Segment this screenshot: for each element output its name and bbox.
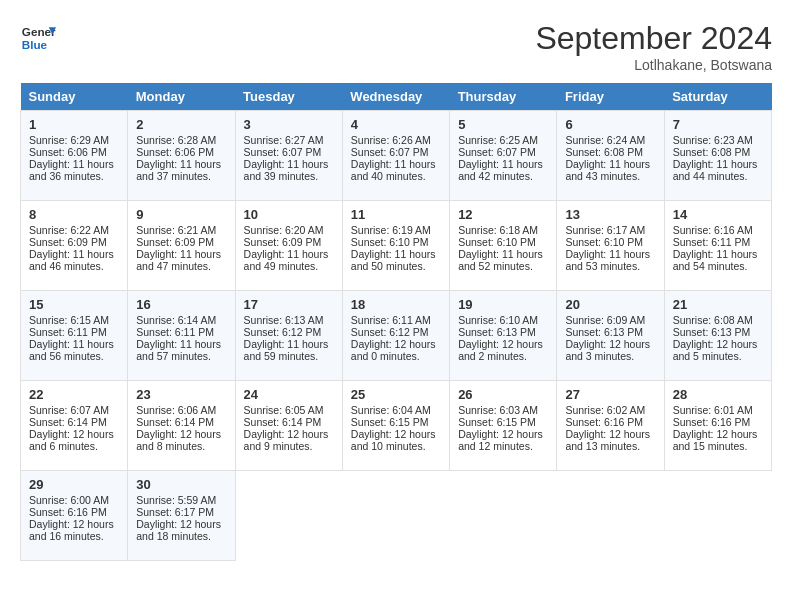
calendar-row: 15Sunrise: 6:15 AMSunset: 6:11 PMDayligh…: [21, 291, 772, 381]
daylight: Daylight: 12 hours and 15 minutes.: [673, 428, 758, 452]
sunset: Sunset: 6:16 PM: [673, 416, 751, 428]
calendar-cell: 4Sunrise: 6:26 AMSunset: 6:07 PMDaylight…: [342, 111, 449, 201]
daylight: Daylight: 11 hours and 59 minutes.: [244, 338, 329, 362]
sunset: Sunset: 6:14 PM: [136, 416, 214, 428]
sunset: Sunset: 6:10 PM: [351, 236, 429, 248]
sunrise: Sunrise: 6:15 AM: [29, 314, 109, 326]
sunset: Sunset: 6:15 PM: [351, 416, 429, 428]
calendar-cell: 26Sunrise: 6:03 AMSunset: 6:15 PMDayligh…: [450, 381, 557, 471]
daylight: Daylight: 12 hours and 2 minutes.: [458, 338, 543, 362]
calendar-row: 8Sunrise: 6:22 AMSunset: 6:09 PMDaylight…: [21, 201, 772, 291]
day-number: 18: [351, 297, 441, 312]
sunrise: Sunrise: 6:17 AM: [565, 224, 645, 236]
sunrise: Sunrise: 6:09 AM: [565, 314, 645, 326]
header-saturday: Saturday: [664, 83, 771, 111]
daylight: Daylight: 11 hours and 43 minutes.: [565, 158, 650, 182]
sunset: Sunset: 6:15 PM: [458, 416, 536, 428]
calendar-cell: 2Sunrise: 6:28 AMSunset: 6:06 PMDaylight…: [128, 111, 235, 201]
sunset: Sunset: 6:14 PM: [29, 416, 107, 428]
sunrise: Sunrise: 6:28 AM: [136, 134, 216, 146]
day-number: 5: [458, 117, 548, 132]
daylight: Daylight: 11 hours and 42 minutes.: [458, 158, 543, 182]
sunrise: Sunrise: 6:18 AM: [458, 224, 538, 236]
sunrise: Sunrise: 6:11 AM: [351, 314, 431, 326]
calendar-cell: 14Sunrise: 6:16 AMSunset: 6:11 PMDayligh…: [664, 201, 771, 291]
calendar-cell: 30Sunrise: 5:59 AMSunset: 6:17 PMDayligh…: [128, 471, 235, 561]
daylight: Daylight: 12 hours and 13 minutes.: [565, 428, 650, 452]
daylight: Daylight: 11 hours and 56 minutes.: [29, 338, 114, 362]
daylight: Daylight: 11 hours and 52 minutes.: [458, 248, 543, 272]
sunset: Sunset: 6:11 PM: [673, 236, 751, 248]
sunset: Sunset: 6:17 PM: [136, 506, 214, 518]
daylight: Daylight: 11 hours and 53 minutes.: [565, 248, 650, 272]
logo: General Blue: [20, 20, 56, 56]
calendar-cell: 17Sunrise: 6:13 AMSunset: 6:12 PMDayligh…: [235, 291, 342, 381]
sunset: Sunset: 6:09 PM: [136, 236, 214, 248]
sunrise: Sunrise: 6:26 AM: [351, 134, 431, 146]
sunrise: Sunrise: 6:27 AM: [244, 134, 324, 146]
calendar-cell: 18Sunrise: 6:11 AMSunset: 6:12 PMDayligh…: [342, 291, 449, 381]
sunrise: Sunrise: 6:22 AM: [29, 224, 109, 236]
daylight: Daylight: 11 hours and 49 minutes.: [244, 248, 329, 272]
sunrise: Sunrise: 6:23 AM: [673, 134, 753, 146]
day-number: 30: [136, 477, 226, 492]
sunrise: Sunrise: 6:21 AM: [136, 224, 216, 236]
day-number: 12: [458, 207, 548, 222]
header-thursday: Thursday: [450, 83, 557, 111]
calendar-cell: 8Sunrise: 6:22 AMSunset: 6:09 PMDaylight…: [21, 201, 128, 291]
calendar-cell: 13Sunrise: 6:17 AMSunset: 6:10 PMDayligh…: [557, 201, 664, 291]
day-number: 19: [458, 297, 548, 312]
sunrise: Sunrise: 6:02 AM: [565, 404, 645, 416]
daylight: Daylight: 12 hours and 5 minutes.: [673, 338, 758, 362]
calendar-row: 1Sunrise: 6:29 AMSunset: 6:06 PMDaylight…: [21, 111, 772, 201]
sunrise: Sunrise: 6:07 AM: [29, 404, 109, 416]
calendar-table: Sunday Monday Tuesday Wednesday Thursday…: [20, 83, 772, 561]
day-number: 10: [244, 207, 334, 222]
calendar-row: 29Sunrise: 6:00 AMSunset: 6:16 PMDayligh…: [21, 471, 772, 561]
daylight: Daylight: 12 hours and 3 minutes.: [565, 338, 650, 362]
calendar-cell: 6Sunrise: 6:24 AMSunset: 6:08 PMDaylight…: [557, 111, 664, 201]
sunset: Sunset: 6:14 PM: [244, 416, 322, 428]
day-number: 24: [244, 387, 334, 402]
day-number: 2: [136, 117, 226, 132]
sunrise: Sunrise: 6:19 AM: [351, 224, 431, 236]
page-header: General Blue September 2024 Lotlhakane, …: [20, 20, 772, 73]
svg-text:Blue: Blue: [22, 38, 48, 51]
calendar-cell: 15Sunrise: 6:15 AMSunset: 6:11 PMDayligh…: [21, 291, 128, 381]
daylight: Daylight: 12 hours and 6 minutes.: [29, 428, 114, 452]
daylight: Daylight: 11 hours and 47 minutes.: [136, 248, 221, 272]
sunrise: Sunrise: 6:24 AM: [565, 134, 645, 146]
daylight: Daylight: 12 hours and 16 minutes.: [29, 518, 114, 542]
calendar-cell: [450, 471, 557, 561]
calendar-cell: 20Sunrise: 6:09 AMSunset: 6:13 PMDayligh…: [557, 291, 664, 381]
daylight: Daylight: 12 hours and 8 minutes.: [136, 428, 221, 452]
sunset: Sunset: 6:07 PM: [458, 146, 536, 158]
sunrise: Sunrise: 6:25 AM: [458, 134, 538, 146]
daylight: Daylight: 11 hours and 40 minutes.: [351, 158, 436, 182]
calendar-cell: 9Sunrise: 6:21 AMSunset: 6:09 PMDaylight…: [128, 201, 235, 291]
sunset: Sunset: 6:13 PM: [673, 326, 751, 338]
sunrise: Sunrise: 6:13 AM: [244, 314, 324, 326]
sunset: Sunset: 6:11 PM: [136, 326, 214, 338]
sunset: Sunset: 6:12 PM: [244, 326, 322, 338]
sunrise: Sunrise: 6:01 AM: [673, 404, 753, 416]
sunset: Sunset: 6:07 PM: [244, 146, 322, 158]
sunset: Sunset: 6:16 PM: [565, 416, 643, 428]
day-number: 11: [351, 207, 441, 222]
daylight: Daylight: 12 hours and 9 minutes.: [244, 428, 329, 452]
day-number: 9: [136, 207, 226, 222]
day-number: 20: [565, 297, 655, 312]
calendar-row: 22Sunrise: 6:07 AMSunset: 6:14 PMDayligh…: [21, 381, 772, 471]
header-monday: Monday: [128, 83, 235, 111]
calendar-cell: 1Sunrise: 6:29 AMSunset: 6:06 PMDaylight…: [21, 111, 128, 201]
sunset: Sunset: 6:10 PM: [565, 236, 643, 248]
day-number: 29: [29, 477, 119, 492]
day-number: 1: [29, 117, 119, 132]
daylight: Daylight: 11 hours and 46 minutes.: [29, 248, 114, 272]
sunrise: Sunrise: 6:16 AM: [673, 224, 753, 236]
sunrise: Sunrise: 5:59 AM: [136, 494, 216, 506]
daylight: Daylight: 11 hours and 57 minutes.: [136, 338, 221, 362]
header-sunday: Sunday: [21, 83, 128, 111]
day-number: 16: [136, 297, 226, 312]
daylight: Daylight: 12 hours and 18 minutes.: [136, 518, 221, 542]
